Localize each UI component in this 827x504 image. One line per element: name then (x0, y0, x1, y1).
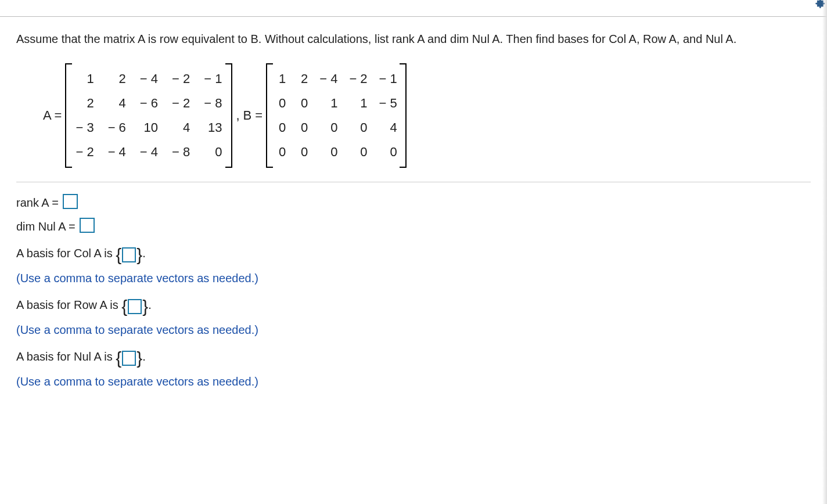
dimnul-input[interactable] (80, 218, 95, 233)
row-basis-hint: (Use a comma to separate vectors as need… (16, 323, 811, 337)
question-content: Assume that the matrix A is row equivale… (0, 17, 827, 412)
col-basis-group: A basis for Col A is { } . (Use a comma … (16, 246, 811, 285)
period: . (142, 350, 146, 363)
right-brace-icon: } (136, 350, 142, 367)
rank-input[interactable] (63, 194, 78, 209)
period: . (142, 247, 146, 260)
right-brace-icon: } (142, 298, 148, 315)
rank-label: rank A = (16, 196, 59, 209)
right-brace-icon: } (136, 246, 142, 264)
nul-basis-set: { } (116, 350, 142, 367)
row-basis-label: A basis for Row A is (16, 298, 121, 311)
nul-basis-group: A basis for Nul A is { } . (Use a comma … (16, 350, 811, 388)
col-basis-set: { } (116, 246, 142, 264)
question-prompt: Assume that the matrix A is row equivale… (16, 31, 811, 47)
matrix-b: 12− 4− 2− 1 0011− 5 00004 00000 (266, 63, 407, 168)
left-brace-icon: { (116, 246, 121, 264)
matrix-b-label: B = (243, 108, 263, 123)
answers-divider (16, 182, 811, 182)
row-basis-set: { } (121, 298, 148, 315)
row-basis-input[interactable] (128, 299, 142, 314)
col-basis-input[interactable] (122, 247, 136, 262)
rank-answer-line: rank A = (16, 194, 811, 210)
period: . (148, 298, 152, 311)
matrices-row: A = 12− 4− 2− 1 24− 6− 2− 8 − 3− 610413 … (16, 63, 811, 168)
matrix-a-label: A = (43, 108, 62, 123)
left-brace-icon: { (116, 350, 121, 367)
page-shadow (822, 0, 827, 412)
nul-basis-hint: (Use a comma to separate vectors as need… (16, 375, 811, 388)
col-basis-hint: (Use a comma to separate vectors as need… (16, 272, 811, 285)
matrix-a: 12− 4− 2− 1 24− 6− 2− 8 − 3− 610413 − 2−… (65, 63, 232, 168)
nul-basis-input[interactable] (122, 351, 136, 366)
comma: , (236, 108, 239, 123)
dimnul-answer-line: dim Nul A = (16, 218, 811, 233)
row-basis-group: A basis for Row A is { } . (Use a comma … (16, 298, 811, 337)
col-basis-label: A basis for Col A is (16, 247, 116, 260)
left-brace-icon: { (121, 298, 127, 315)
dimnul-label: dim Nul A = (16, 220, 75, 233)
nul-basis-label: A basis for Nul A is (16, 350, 116, 363)
